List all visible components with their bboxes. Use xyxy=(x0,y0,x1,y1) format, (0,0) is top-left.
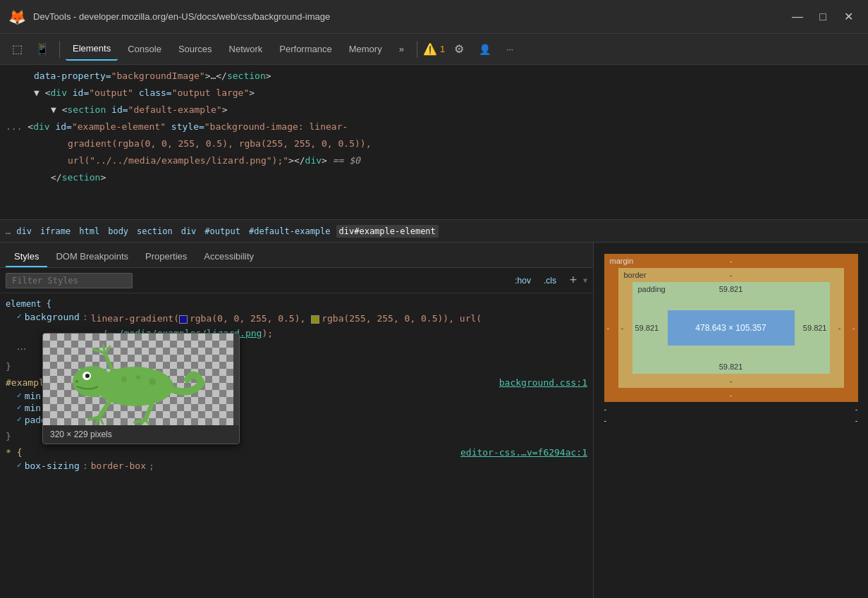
svg-point-4 xyxy=(75,380,78,383)
border-left[interactable]: - xyxy=(621,268,624,388)
filter-input[interactable] xyxy=(6,273,133,288)
hov-button[interactable]: :hov xyxy=(511,274,535,287)
extra-left-1: - xyxy=(604,405,607,413)
more-button[interactable]: ··· xyxy=(17,343,26,355)
breadcrumb-item-section[interactable]: section xyxy=(134,225,176,238)
breadcrumb-item-html[interactable]: html xyxy=(76,225,102,238)
padding-left[interactable]: 59.821 xyxy=(635,282,659,374)
image-preview-tooltip: 320 × 229 pixels xyxy=(42,333,240,444)
preview-size-label: 320 × 229 pixels xyxy=(43,425,239,444)
tab-properties[interactable]: Properties xyxy=(137,247,195,267)
prop-checkbox-4[interactable]: ✓ xyxy=(17,415,22,424)
lizard-image xyxy=(50,341,205,425)
breadcrumb-item-body[interactable]: body xyxy=(105,225,131,238)
breadcrumb-item-example-element[interactable]: div#example-element xyxy=(336,225,439,238)
breadcrumb-item-div2[interactable]: div xyxy=(178,225,200,238)
tab-styles[interactable]: Styles xyxy=(6,247,47,267)
toolbar-separator-2 xyxy=(417,41,417,58)
breadcrumb-more[interactable]: … xyxy=(6,226,11,236)
margin-left[interactable]: - xyxy=(607,254,610,402)
prop-checkbox-2[interactable]: ✓ xyxy=(17,391,22,400)
breadcrumb-item-default-example[interactable]: #default-example xyxy=(246,225,334,238)
main-panel: data-property="backgroundImage">…</secti… xyxy=(0,65,868,598)
box-model-panel: margin - - - border - - - padding 59.821 xyxy=(593,243,868,598)
filter-bar: :hov .cls + ▼ xyxy=(0,268,593,293)
svg-point-1 xyxy=(73,366,112,397)
title-text: DevTools - developer.mozilla.org/en-US/d… xyxy=(33,11,330,22)
margin-right[interactable]: - xyxy=(852,254,855,402)
toolbar-separator xyxy=(59,41,60,58)
prop-checkbox-3[interactable]: ✓ xyxy=(17,403,22,412)
close-button[interactable]: ✕ xyxy=(837,7,860,27)
lower-panel: Styles DOM Breakpoints Properties Access… xyxy=(0,243,868,598)
padding-bottom[interactable]: 59.821 xyxy=(632,362,830,371)
inspector-cursor-button[interactable]: ⬚ xyxy=(6,38,28,61)
svg-point-18 xyxy=(136,375,140,379)
breadcrumb-item-output[interactable]: #output xyxy=(202,225,243,238)
extra-vals-row1: - - xyxy=(604,405,858,413)
prop-checkbox-5[interactable]: ✓ xyxy=(17,460,22,470)
border-right[interactable]: - xyxy=(838,268,841,388)
tab-network[interactable]: Network xyxy=(222,38,270,61)
prop-checkbox[interactable]: ✓ xyxy=(17,312,22,321)
rule2-link[interactable]: background.css:1 xyxy=(499,377,587,389)
tab-accessibility[interactable]: Accessibility xyxy=(195,247,262,267)
margin-bottom[interactable]: - xyxy=(604,391,858,399)
style-tabs: Styles DOM Breakpoints Properties Access… xyxy=(0,243,593,268)
breadcrumb: … div iframe html body section div #outp… xyxy=(0,220,868,243)
svg-point-3 xyxy=(85,374,90,378)
minimize-button[interactable]: — xyxy=(786,7,809,27)
svg-point-17 xyxy=(121,377,127,382)
html-line-7[interactable]: </section> xyxy=(0,169,868,186)
preview-image-area xyxy=(43,334,233,425)
tab-sources[interactable]: Sources xyxy=(171,38,219,61)
html-line-2[interactable]: ▼ <div id="output" class="output large"> xyxy=(0,85,868,102)
breadcrumb-item-div1[interactable]: div xyxy=(13,225,35,238)
html-line-4[interactable]: ... <div id="example-element" style="bac… xyxy=(0,118,868,135)
svg-line-12 xyxy=(145,420,149,424)
html-line-1[interactable]: data-property="backgroundImage">…</secti… xyxy=(0,68,868,85)
toolbar: ⬚ 📱 Elements Console Sources Network Per… xyxy=(0,34,868,65)
prop-val-box-sizing: border-box xyxy=(91,460,146,471)
border-top[interactable]: - xyxy=(618,271,844,279)
settings-button[interactable]: ⚙ xyxy=(448,38,470,61)
rule3-header: * { editor-css.…v=f6294ac:1 xyxy=(6,447,587,459)
prop-name-box-sizing: box-sizing xyxy=(25,460,80,471)
user-button[interactable]: 👤 xyxy=(473,38,496,61)
styles-panel: Styles DOM Breakpoints Properties Access… xyxy=(0,243,593,598)
rule3-link[interactable]: editor-css.…v=f6294ac:1 xyxy=(460,447,587,459)
border-box: border - - - padding 59.821 59.821 59.82… xyxy=(618,268,844,388)
add-rule-button[interactable]: + xyxy=(565,272,582,289)
svg-line-13 xyxy=(105,353,112,370)
rule3-body: ✓ box-sizing : border-box ; xyxy=(6,460,587,471)
padding-right[interactable]: 59.821 xyxy=(803,282,827,374)
extra-vals-row2: - - xyxy=(604,416,858,425)
breadcrumb-item-iframe[interactable]: iframe xyxy=(37,225,73,238)
tab-performance[interactable]: Performance xyxy=(272,38,338,61)
html-line-3[interactable]: ▼ <section id="default-example"> xyxy=(0,102,868,118)
responsive-button[interactable]: 📱 xyxy=(31,38,54,61)
content-size: 478.643 × 105.357 xyxy=(695,323,766,333)
tab-elements[interactable]: Elements xyxy=(66,38,118,61)
box-sizing-prop: ✓ box-sizing : border-box ; xyxy=(17,460,587,471)
cls-button[interactable]: .cls xyxy=(539,274,561,287)
box-model-container: margin - - - border - - - padding 59.821 xyxy=(604,254,858,425)
margin-top[interactable]: - xyxy=(604,257,858,265)
element-rule-header: element { xyxy=(6,299,587,309)
html-tree-panel: data-property="backgroundImage">…</secti… xyxy=(0,65,868,220)
svg-line-16 xyxy=(105,346,110,353)
maximize-button[interactable]: □ xyxy=(812,7,834,27)
tab-console[interactable]: Console xyxy=(121,38,169,61)
padding-top[interactable]: 59.821 xyxy=(632,285,830,293)
tab-dom-breakpoints[interactable]: DOM Breakpoints xyxy=(47,247,137,267)
border-bottom[interactable]: - xyxy=(618,377,844,385)
element-label: element { xyxy=(6,299,51,309)
tab-more[interactable]: » xyxy=(392,38,411,61)
content-box: 478.643 × 105.357 xyxy=(668,310,795,346)
tab-memory[interactable]: Memory xyxy=(342,38,389,61)
html-line-6: url("../../media/examples/lizard.png");"… xyxy=(0,152,868,169)
extra-right-2: - xyxy=(855,416,858,425)
window-controls: — □ ✕ xyxy=(786,7,860,27)
extra-menu-button[interactable]: ··· xyxy=(499,38,521,61)
warning-badge[interactable]: ⚠️ 1 xyxy=(423,42,445,56)
